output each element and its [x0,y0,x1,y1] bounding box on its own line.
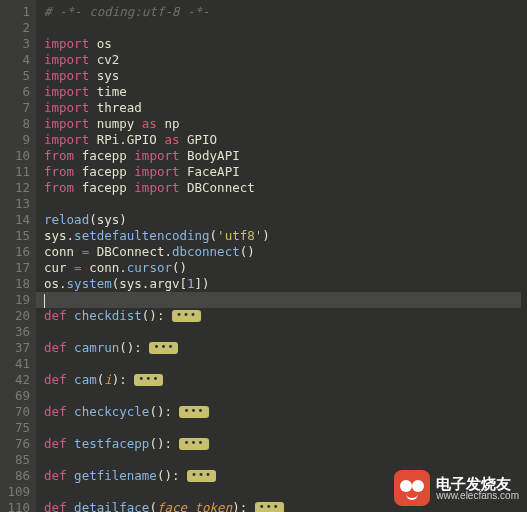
def-line[interactable]: def cam(i): ••• [44,372,521,388]
token-var: facepp [74,180,134,195]
line-number: 19 [2,292,30,308]
token-c: # -*- coding:utf-8 -*- [44,4,210,19]
token-kw: from [44,148,74,163]
line-number: 16 [2,244,30,260]
fold-marker-icon[interactable]: ••• [172,310,201,322]
fold-marker-icon[interactable]: ••• [179,406,208,418]
blank-line[interactable] [44,324,521,340]
def-line[interactable]: def testfacepp(): ••• [44,436,521,452]
token-var: sys [89,68,119,83]
token-kw: import [44,116,89,131]
token-op: = [74,260,82,275]
code-editor[interactable]: 1234567891011121314151617181920363741426… [0,0,527,512]
line-number: 11 [2,164,30,180]
stmt-line[interactable]: reload(sys) [44,212,521,228]
token-call: setdefaultencoding [74,228,209,243]
fold-marker-icon[interactable]: ••• [149,342,178,354]
token-kw: def [44,308,74,323]
brand-url: www.elecfans.com [436,491,519,501]
line-number: 7 [2,100,30,116]
line-number: 2 [2,20,30,36]
stmt-line[interactable]: sys.setdefaultencoding('utf8') [44,228,521,244]
token-var: cur [44,260,74,275]
token-kw: from [44,164,74,179]
stmt-line[interactable]: cur = conn.cursor() [44,260,521,276]
token-par: . [119,260,127,275]
import-line[interactable]: import sys [44,68,521,84]
token-par: ]) [195,276,210,291]
token-var: conn [82,260,120,275]
token-kw: import [44,68,89,83]
import-line[interactable]: from facepp import BodyAPI [44,148,521,164]
import-line[interactable]: import os [44,36,521,52]
import-line[interactable]: from facepp import DBConnect [44,180,521,196]
import-line[interactable]: import thread [44,100,521,116]
import-line[interactable]: import cv2 [44,52,521,68]
blank-line[interactable] [44,196,521,212]
token-par: [ [180,276,188,291]
token-kw: import [44,36,89,51]
token-var: GPIO [179,132,217,147]
token-kw: def [44,468,74,483]
token-par: . [67,228,75,243]
line-number: 76 [2,436,30,452]
line-number: 85 [2,452,30,468]
line-number: 12 [2,180,30,196]
line-number: 70 [2,404,30,420]
token-kw: from [44,180,74,195]
token-kw: import [44,132,89,147]
token-var: facepp [74,164,134,179]
token-par: ): [232,500,247,512]
token-var: conn [44,244,82,259]
import-line[interactable]: import numpy as np [44,116,521,132]
token-kw: import [134,180,179,195]
def-line[interactable]: def checkcycle(): ••• [44,404,521,420]
code-area[interactable]: # -*- coding:utf-8 -*-import osimport cv… [36,0,527,512]
def-line[interactable]: def camrun(): ••• [44,340,521,356]
blank-line[interactable] [44,420,521,436]
token-fn: detailface [74,500,149,512]
token-par: (): [142,308,165,323]
blank-line[interactable] [44,388,521,404]
token-kw: def [44,340,74,355]
blank-line[interactable] [44,20,521,36]
token-var: FaceAPI [179,164,239,179]
token-par: ( [149,500,157,512]
stmt-line[interactable]: conn = DBConnect.dbconnect() [44,244,521,260]
token-fn: cam [74,372,97,387]
line-number: 6 [2,84,30,100]
brand-watermark: 电子发烧友 www.elecfans.com [394,470,519,506]
blank-line[interactable] [44,452,521,468]
brand-logo-icon [394,470,430,506]
token-var: os [89,36,112,51]
token-var: cv2 [89,52,119,67]
line-number: 13 [2,196,30,212]
import-line[interactable]: import time [44,84,521,100]
line-number: 109 [2,484,30,500]
token-var: sys [119,276,142,291]
cursor-line[interactable] [36,292,521,308]
line-number: 41 [2,356,30,372]
token-var: np [157,116,180,131]
fold-marker-icon[interactable]: ••• [255,502,284,513]
token-kw: import [134,148,179,163]
fold-marker-icon[interactable]: ••• [187,470,216,482]
comment-line[interactable]: # -*- coding:utf-8 -*- [44,4,521,20]
def-line[interactable]: def checkdist(): ••• [44,308,521,324]
line-number: 75 [2,420,30,436]
line-number: 14 [2,212,30,228]
import-line[interactable]: from facepp import FaceAPI [44,164,521,180]
fold-marker-icon[interactable]: ••• [179,438,208,450]
line-number: 69 [2,388,30,404]
line-number: 110 [2,500,30,512]
stmt-line[interactable]: os.system(sys.argv[1]) [44,276,521,292]
token-fn: getfilename [74,468,157,483]
fold-marker-icon[interactable]: ••• [134,374,163,386]
import-line[interactable]: import RPi.GPIO as GPIO [44,132,521,148]
line-number: 37 [2,340,30,356]
blank-line[interactable] [44,356,521,372]
token-kw: def [44,372,74,387]
token-call: reload [44,212,89,227]
token-par: (): [119,340,142,355]
line-number: 1 [2,4,30,20]
